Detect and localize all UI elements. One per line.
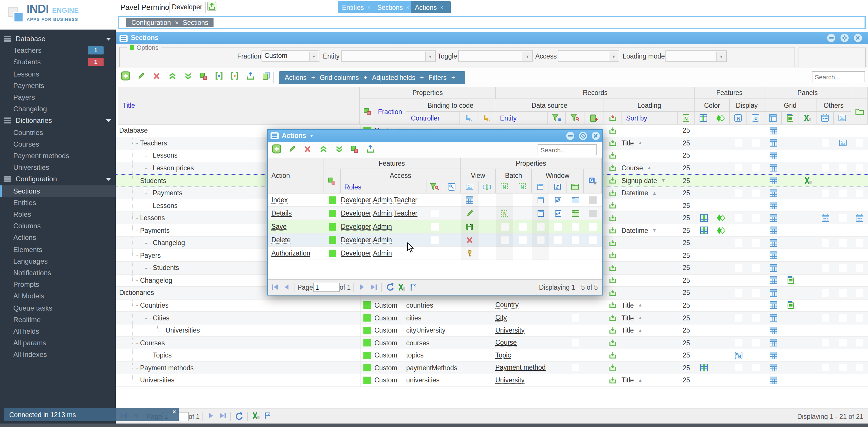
modal-toolbar-up-icon[interactable] — [318, 145, 328, 155]
dropdown-arrow-icon[interactable]: ▼ — [309, 52, 318, 61]
chevron-down-icon[interactable]: ▼ — [310, 134, 314, 138]
dropdown-arrow-icon[interactable]: ▼ — [425, 52, 435, 61]
tree-yellow-icon[interactable] — [482, 114, 490, 122]
modal-toolbar-xred-icon[interactable] — [303, 145, 312, 155]
toolbar-copy-icon[interactable] — [261, 72, 271, 82]
sidebar-item-payment-methods[interactable]: Payment methods — [0, 150, 116, 162]
sidebar-item-columns[interactable]: Columns — [0, 220, 116, 232]
first-page-icon[interactable] — [270, 283, 279, 291]
header-label[interactable]: Entity — [500, 114, 517, 121]
modal-header-roles[interactable]: Roles — [341, 181, 427, 194]
role-link[interactable]: Developer — [341, 250, 371, 257]
modal-toolbar-sqmv-icon[interactable] — [349, 145, 359, 155]
input-field-icon[interactable] — [483, 183, 491, 191]
toolbar-exp-icon[interactable] — [245, 72, 255, 82]
sidebar-item-changelog[interactable]: Changelog — [0, 103, 116, 115]
role-select[interactable]: Developer — [169, 2, 206, 13]
sidebar-item-students[interactable]: Students1 — [0, 56, 116, 68]
maximize-icon[interactable] — [840, 34, 849, 42]
folder-image-icon[interactable] — [571, 183, 579, 191]
entity-link[interactable]: Topic — [495, 351, 511, 359]
sidebar-item-courses[interactable]: Courses — [0, 139, 116, 150]
filter-key-icon[interactable] — [430, 183, 439, 191]
refresh-icon[interactable] — [385, 283, 395, 291]
header-label[interactable]: Roles — [344, 183, 361, 190]
header-label[interactable]: Sort by — [626, 114, 647, 121]
modal-table-row[interactable]: DetailsDeveloper, Admin, TeacherN — [268, 207, 602, 220]
subtab-add-icon[interactable]: + — [311, 74, 315, 81]
row-title-cell[interactable]: Payment methods — [118, 362, 374, 374]
checkbox-unchecked[interactable] — [554, 223, 562, 230]
entity-link[interactable]: City — [495, 314, 507, 321]
grid-header-sort-by[interactable]: Sort by — [621, 112, 678, 124]
modal-end-cell[interactable] — [584, 233, 602, 246]
tree-blue-icon[interactable] — [465, 114, 472, 122]
role-apply-button[interactable] — [207, 2, 216, 13]
role-link[interactable]: Admin — [373, 223, 392, 230]
window-icon[interactable] — [536, 183, 544, 191]
modal-w2-cell[interactable] — [549, 220, 566, 233]
modal-b2-cell[interactable] — [513, 233, 532, 246]
sidebar-item-ai-models[interactable]: AI Models — [0, 290, 116, 302]
sidebar-item-all-params[interactable]: All params — [0, 337, 116, 349]
entity-link[interactable]: Payment method — [495, 364, 546, 371]
toolbar-dn-icon[interactable] — [183, 72, 193, 82]
table-row[interactable]: UniversitiesCustomcityUniversityUniversi… — [116, 324, 868, 337]
subtab-filters[interactable]: Filters — [429, 74, 447, 81]
toolbar-brY-icon[interactable] — [230, 72, 240, 82]
resize-icon[interactable] — [554, 183, 561, 191]
entity-link[interactable]: University — [495, 377, 525, 384]
table-row[interactable]: Payment methodsCustompaymentMethodsPayme… — [116, 362, 868, 374]
loading-tray-icon[interactable] — [609, 114, 617, 122]
per-page-icon[interactable]: N — [682, 114, 690, 122]
role-link[interactable]: Admin — [373, 250, 392, 257]
subtab-adjusted-fields[interactable]: Adjusted fields — [372, 74, 415, 81]
action-link[interactable]: Index — [271, 196, 288, 204]
row-title-cell[interactable]: Courses — [118, 337, 374, 349]
image-icon[interactable] — [466, 183, 473, 191]
modal-funnel-cell[interactable] — [427, 207, 443, 220]
modal-table-row[interactable]: SaveDeveloper, Admin — [268, 220, 602, 233]
checkbox-unchecked[interactable] — [589, 223, 597, 230]
excel-panel-icon[interactable] — [804, 114, 811, 122]
modal-end-cell[interactable] — [584, 220, 602, 233]
table-row[interactable]: TopicsCustomtopicsTopic25N — [116, 349, 868, 362]
row-title-cell[interactable]: Topics — [118, 349, 386, 361]
grid-header-controller[interactable]: Controller — [406, 112, 460, 124]
role-link[interactable]: Admin — [373, 209, 392, 217]
sidebar-item-all-indexes[interactable]: All indexes — [0, 349, 116, 361]
key-box-icon[interactable] — [448, 183, 456, 191]
next-page-icon[interactable] — [206, 412, 215, 420]
grid-panel-icon[interactable] — [769, 114, 777, 122]
sidebar-item-realtime[interactable]: Realtime — [0, 314, 116, 325]
sidebar-item-countries[interactable]: Countries — [0, 126, 116, 138]
sidebar-item-dictionaries[interactable]: Dictionaries — [0, 115, 116, 126]
list-panel-icon[interactable] — [786, 114, 794, 122]
search-input[interactable] — [812, 71, 865, 82]
batch-n2-icon[interactable]: N — [519, 183, 526, 191]
breadcrumb-chip[interactable]: Configuration » Sections — [126, 18, 214, 27]
header-label[interactable]: Fraction — [378, 108, 402, 115]
subtab-add-icon[interactable]: + — [363, 74, 367, 81]
subtab-actions[interactable]: Actions — [285, 74, 306, 81]
checkbox-unchecked[interactable] — [431, 223, 439, 230]
row-title-cell[interactable]: Universities — [118, 374, 374, 386]
sidebar-item-universities[interactable]: Universities — [0, 162, 116, 173]
sidebar-item-teachers[interactable]: Teachers1 — [0, 45, 116, 56]
grid-header-title[interactable]: Title — [118, 87, 360, 124]
checkbox-cell[interactable] — [566, 312, 585, 324]
prev-page-icon[interactable] — [282, 283, 291, 291]
folder-icon[interactable] — [855, 108, 864, 115]
dropdown-arrow-icon[interactable]: ▼ — [523, 52, 532, 61]
sidebar-item-languages[interactable]: Languages — [0, 256, 116, 267]
toolbar-add-icon[interactable] — [120, 72, 130, 82]
close-icon[interactable] — [854, 34, 862, 42]
toolbar-brB-icon[interactable] — [214, 72, 224, 82]
dropdown-arrow-icon[interactable]: ▼ — [716, 52, 726, 61]
sidebar-item-all-fields[interactable]: All fields — [0, 325, 116, 337]
subtab-grid-columns[interactable]: Grid columns — [320, 74, 359, 81]
checkbox-unchecked[interactable] — [431, 236, 439, 244]
sidebar-item-elements[interactable]: Elements — [0, 244, 116, 255]
modal-toolbar-exp-icon[interactable] — [365, 145, 375, 155]
close-icon[interactable] — [591, 132, 600, 140]
